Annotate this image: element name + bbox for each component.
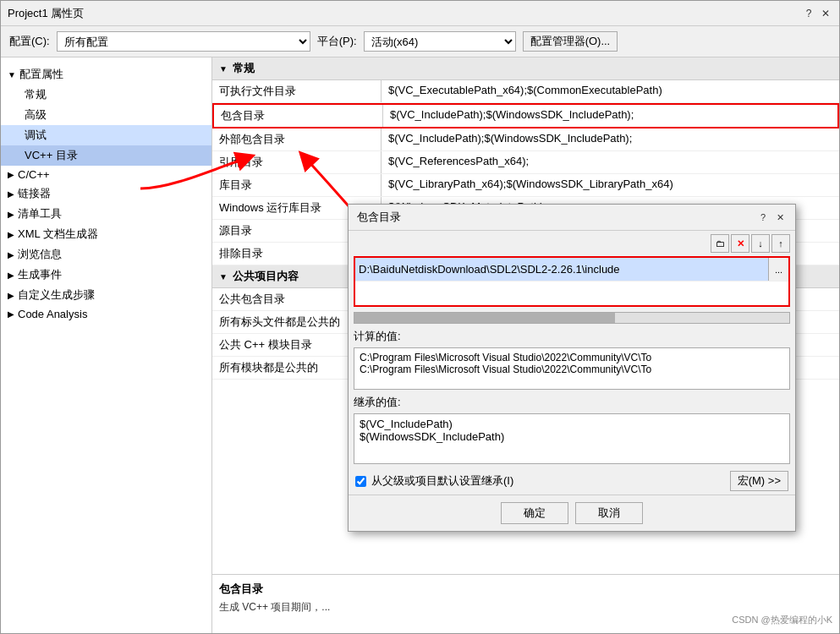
prop-row-ref: 引用目录 $(VC_ReferencesPath_x64); xyxy=(212,151,839,174)
tree-item-browse-label: 浏览信息 xyxy=(18,247,62,262)
bottom-desc-text: 生成 VC++ 项目期间，... xyxy=(219,600,832,615)
inherit-checkbox-label: 从父级或项目默认设置继承(I) xyxy=(371,473,513,489)
help-button[interactable]: ? xyxy=(802,7,815,20)
sub-toolbar-up-btn[interactable]: ↑ xyxy=(771,234,790,253)
tree-root-arrow: ▼ xyxy=(8,70,16,79)
tree-item-code-analysis-arrow: ▶ xyxy=(8,309,14,319)
sub-dialog-title-controls: ? ✕ xyxy=(756,210,787,224)
sub-dialog-toolbar: 🗀 ✕ ↓ ↑ xyxy=(349,231,795,256)
title-bar: Project1 属性页 ? ✕ xyxy=(1,1,839,26)
tree-item-custom-build-arrow: ▶ xyxy=(8,291,14,300)
prop-value-ref[interactable]: $(VC_ReferencesPath_x64); xyxy=(382,151,839,173)
sub-dialog-list: ... xyxy=(354,256,790,307)
section-public-arrow: ▼ xyxy=(219,272,228,281)
tree-item-xml[interactable]: ▶ XML 文档生成器 xyxy=(1,224,211,244)
tree-item-linker[interactable]: ▶ 链接器 xyxy=(1,183,211,204)
tree-item-xml-arrow: ▶ xyxy=(8,230,14,239)
window-title: Project1 属性页 xyxy=(8,6,84,21)
tree-item-xml-label: XML 文档生成器 xyxy=(18,227,98,242)
calc-line-1: C:\Program Files\Microsoft Visual Studio… xyxy=(360,352,784,363)
sub-dialog-inherited-box: $(VC_IncludePath) $(WindowsSDK_IncludePa… xyxy=(354,413,790,464)
sub-dialog-calc-label: 计算的值: xyxy=(354,329,790,344)
prop-value-include[interactable]: $(VC_IncludePath);$(WindowsSDK_IncludePa… xyxy=(383,105,837,127)
watermark: CSDN @热爱编程的小K xyxy=(732,614,832,626)
section-general-arrow: ▼ xyxy=(219,64,228,74)
tree-item-build-events-arrow: ▶ xyxy=(8,271,14,280)
sub-toolbar-down-btn[interactable]: ↓ xyxy=(751,234,770,253)
sub-dialog-help-btn[interactable]: ? xyxy=(756,210,770,224)
config-label: 配置(C): xyxy=(9,34,50,49)
prop-value-executable[interactable]: $(VC_ExecutablePath_x64);$(CommonExecuta… xyxy=(382,80,839,102)
sub-dialog-browse-btn[interactable]: ... xyxy=(768,258,788,281)
config-dropdown[interactable]: 所有配置 xyxy=(57,31,310,52)
tree-item-custom-build-label: 自定义生成步骤 xyxy=(18,287,95,303)
tree-root-label: 配置属性 xyxy=(19,67,63,82)
tree-item-manifest[interactable]: ▶ 清单工具 xyxy=(1,204,211,224)
sub-dialog-close-btn[interactable]: ✕ xyxy=(773,210,787,224)
tree-item-browse-arrow: ▶ xyxy=(8,250,14,260)
tree-item-linker-label: 链接器 xyxy=(18,186,51,201)
tree-item-manifest-label: 清单工具 xyxy=(18,206,62,221)
tree-item-cpp[interactable]: ▶ C/C++ xyxy=(1,166,211,183)
tree-item-debug[interactable]: 调试 xyxy=(1,125,211,145)
section-general-label: 常规 xyxy=(233,61,255,76)
platform-label: 平台(P): xyxy=(317,34,357,49)
tree-item-general-label: 常规 xyxy=(25,88,47,101)
left-panel: ▼ 配置属性 常规 高级 调试 VC++ 目录 ▶ C/C++ ▶ 链接器 xyxy=(1,57,212,633)
cancel-button[interactable]: 取消 xyxy=(575,502,643,524)
sub-dialog: 包含目录 ? ✕ 🗀 ✕ ↓ ↑ ... xyxy=(348,204,796,532)
prop-name-executable: 可执行文件目录 xyxy=(212,80,382,102)
tree-item-cpp-arrow: ▶ xyxy=(8,170,14,179)
inherited-line-2: $(WindowsSDK_IncludePath) xyxy=(360,430,784,443)
tree-item-build-events-label: 生成事件 xyxy=(18,267,62,282)
tree-item-vc-dirs[interactable]: VC++ 目录 xyxy=(1,145,211,166)
tree-item-code-analysis-label: Code Analysis xyxy=(18,308,87,320)
calc-line-2: C:\Program Files\Microsoft Visual Studio… xyxy=(360,363,784,375)
sub-dialog-footer: 确定 取消 xyxy=(349,495,795,531)
tree-item-linker-arrow: ▶ xyxy=(8,189,14,199)
section-public-label: 公共项目内容 xyxy=(233,269,299,284)
prop-name-ref: 引用目录 xyxy=(212,151,382,173)
sub-dialog-inherited-label: 继承的值: xyxy=(354,395,790,410)
inherited-line-1: $(VC_IncludePath) xyxy=(360,418,784,430)
sub-dialog-checkbox-row: 从父级或项目默认设置继承(I) 宏(M) >> xyxy=(349,467,795,495)
sub-dialog-inherited: 继承的值: $(VC_IncludePath) $(WindowsSDK_Inc… xyxy=(354,395,790,464)
tree-item-build-events[interactable]: ▶ 生成事件 xyxy=(1,265,211,285)
prop-name-lib: 库目录 xyxy=(212,174,382,196)
prop-row-external: 外部包含目录 $(VC_IncludePath);$(WindowsSDK_In… xyxy=(212,128,839,151)
sub-dialog-hscroll[interactable] xyxy=(354,312,790,324)
sub-toolbar-delete-btn[interactable]: ✕ xyxy=(731,234,749,253)
tree-root[interactable]: ▼ 配置属性 xyxy=(1,64,211,85)
tree-item-general[interactable]: 常规 xyxy=(1,85,211,105)
manager-button[interactable]: 配置管理器(O)... xyxy=(523,31,618,52)
macro-button[interactable]: 宏(M) >> xyxy=(730,471,788,491)
prop-value-lib[interactable]: $(VC_LibraryPath_x64);$(WindowsSDK_Libra… xyxy=(382,174,839,196)
bottom-desc-title: 包含目录 xyxy=(219,582,832,597)
sub-dialog-title-bar: 包含目录 ? ✕ xyxy=(349,205,795,231)
main-dialog: Project1 属性页 ? ✕ 配置(C): 所有配置 平台(P): 活动(x… xyxy=(0,0,840,634)
tree-item-manifest-arrow: ▶ xyxy=(8,210,14,219)
tree-item-advanced-label: 高级 xyxy=(25,108,47,121)
sub-dialog-hscroll-thumb xyxy=(354,313,615,323)
sub-dialog-title-text: 包含目录 xyxy=(357,210,401,225)
tree-item-code-analysis[interactable]: ▶ Code Analysis xyxy=(1,305,211,323)
prop-value-external[interactable]: $(VC_IncludePath);$(WindowsSDK_IncludePa… xyxy=(382,128,839,150)
platform-dropdown[interactable]: 活动(x64) xyxy=(364,31,516,52)
sub-dialog-path-input[interactable] xyxy=(355,261,768,277)
toolbar-row: 配置(C): 所有配置 平台(P): 活动(x64) 配置管理器(O)... xyxy=(1,26,839,57)
sub-toolbar-folder-btn[interactable]: 🗀 xyxy=(711,234,729,253)
tree-item-debug-label: 调试 xyxy=(25,128,47,141)
prop-name-include: 包含目录 xyxy=(214,105,383,127)
ok-button[interactable]: 确定 xyxy=(501,502,568,524)
sub-dialog-calc-box: C:\Program Files\Microsoft Visual Studio… xyxy=(354,347,790,390)
title-bar-controls: ? ✕ xyxy=(802,7,832,20)
sub-dialog-list-row[interactable]: ... xyxy=(355,258,788,281)
close-button[interactable]: ✕ xyxy=(819,7,832,20)
prop-name-external: 外部包含目录 xyxy=(212,128,382,150)
inherit-checkbox[interactable] xyxy=(355,476,366,487)
tree-item-custom-build[interactable]: ▶ 自定义生成步骤 xyxy=(1,285,211,305)
section-general: ▼ 常规 xyxy=(212,57,839,80)
prop-row-include: 包含目录 $(VC_IncludePath);$(WindowsSDK_Incl… xyxy=(212,103,839,128)
tree-item-browse[interactable]: ▶ 浏览信息 xyxy=(1,244,211,265)
tree-item-advanced[interactable]: 高级 xyxy=(1,105,211,125)
